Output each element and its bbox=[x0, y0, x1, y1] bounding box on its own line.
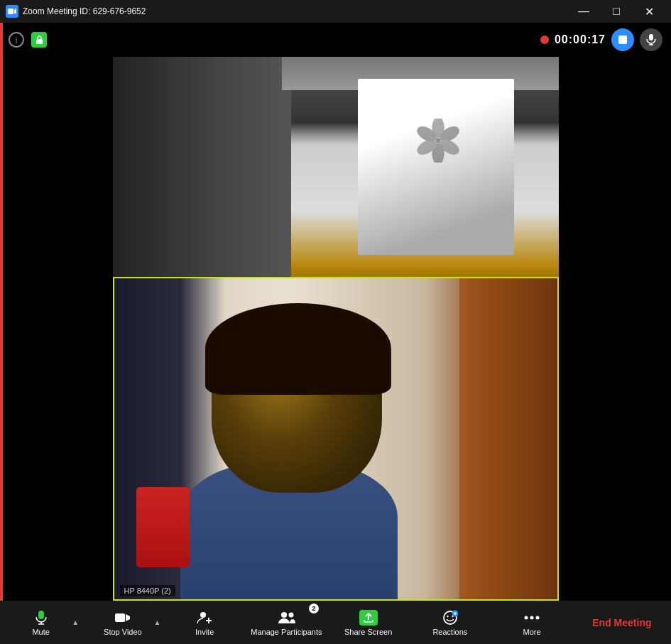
svg-point-31 bbox=[530, 616, 534, 619]
svg-marker-1 bbox=[14, 9, 16, 14]
svg-point-30 bbox=[525, 616, 528, 619]
share-icon bbox=[359, 609, 378, 626]
meeting-timer: 00:00:17 bbox=[555, 33, 606, 46]
audio-settings-chevron[interactable]: ▲ bbox=[70, 618, 80, 628]
info-label: i bbox=[16, 35, 18, 45]
video-container: HP 8440P (2) bbox=[113, 57, 559, 601]
window-controls[interactable]: — □ ✕ bbox=[567, 0, 665, 23]
svg-rect-13 bbox=[38, 611, 44, 619]
recording-indicator bbox=[540, 36, 549, 44]
video-icon bbox=[115, 609, 131, 626]
mute-icon bbox=[34, 609, 48, 626]
mute-button[interactable]: Mute ▲ bbox=[0, 601, 82, 644]
video-top-content bbox=[113, 57, 559, 277]
left-dark-panel bbox=[113, 57, 291, 277]
svg-point-32 bbox=[536, 616, 540, 619]
reactions-icon bbox=[442, 609, 458, 626]
title-bar: Zoom Meeting ID: 629-676-9652 — □ ✕ bbox=[0, 0, 671, 23]
top-bar: i 00:00:17 bbox=[0, 23, 671, 57]
stop-icon bbox=[618, 36, 627, 44]
video-area: HP 8440P (2) bbox=[0, 57, 671, 601]
participant-name-tag: HP 8440P (2) bbox=[120, 585, 175, 596]
svg-rect-16 bbox=[115, 613, 125, 622]
title-bar-left: Zoom Meeting ID: 629-676-9652 bbox=[6, 5, 146, 18]
video-bottom-active: HP 8440P (2) bbox=[113, 277, 559, 601]
end-meeting-label: End Meeting bbox=[592, 617, 651, 628]
svg-rect-0 bbox=[8, 9, 13, 14]
info-icon[interactable]: i bbox=[9, 32, 24, 48]
svg-point-6 bbox=[435, 138, 440, 143]
more-button[interactable]: More bbox=[491, 601, 573, 644]
svg-marker-17 bbox=[126, 614, 130, 621]
stop-video-button[interactable]: Stop Video ▲ bbox=[82, 601, 163, 644]
svg-point-21 bbox=[281, 612, 287, 618]
video-bottom-content: HP 8440P (2) bbox=[114, 278, 557, 599]
top-bar-right: 00:00:17 bbox=[540, 28, 662, 51]
svg-rect-2 bbox=[36, 39, 43, 44]
svg-point-22 bbox=[289, 612, 294, 617]
video-top bbox=[113, 57, 559, 277]
participants-label: Manage Participants bbox=[251, 628, 322, 636]
svg-point-25 bbox=[447, 615, 448, 616]
manage-participants-button[interactable]: 2 Manage Participants bbox=[246, 601, 327, 644]
more-label: More bbox=[523, 628, 541, 636]
invite-button[interactable]: Invite bbox=[164, 601, 246, 644]
participants-icon bbox=[277, 609, 295, 626]
window-title: Zoom Meeting ID: 629-676-9652 bbox=[23, 6, 146, 16]
maximize-button[interactable]: □ bbox=[600, 0, 633, 23]
top-bar-left: i bbox=[9, 32, 47, 48]
red-object bbox=[136, 487, 190, 567]
person-hair bbox=[205, 303, 391, 395]
reactions-button[interactable]: Reactions bbox=[409, 601, 491, 644]
mute-label: Mute bbox=[32, 628, 49, 636]
stop-recording-button[interactable] bbox=[611, 28, 634, 51]
lock-icon[interactable] bbox=[31, 32, 47, 48]
svg-rect-3 bbox=[649, 34, 653, 40]
stop-video-label: Stop Video bbox=[104, 628, 142, 636]
svg-point-18 bbox=[200, 612, 206, 618]
share-icon-bg bbox=[359, 610, 378, 626]
curtain bbox=[459, 278, 557, 599]
minimize-button[interactable]: — bbox=[567, 0, 600, 23]
door-shape bbox=[358, 79, 514, 255]
toolbar: Mute ▲ Stop Video ▲ Invite bbox=[0, 601, 671, 644]
video-settings-chevron[interactable]: ▲ bbox=[153, 618, 163, 628]
invite-label: Invite bbox=[195, 628, 214, 636]
share-screen-button[interactable]: Share Screen bbox=[327, 601, 409, 644]
zoom-logo bbox=[6, 5, 18, 18]
audio-button[interactable] bbox=[640, 28, 662, 51]
reactions-label: Reactions bbox=[432, 628, 467, 636]
end-meeting-button[interactable]: End Meeting bbox=[573, 601, 671, 644]
invite-icon bbox=[197, 609, 212, 626]
left-border bbox=[0, 23, 3, 601]
close-button[interactable]: ✕ bbox=[633, 0, 665, 23]
more-icon bbox=[524, 609, 540, 626]
share-screen-label: Share Screen bbox=[344, 628, 392, 636]
fan-area bbox=[389, 119, 487, 163]
person-silhouette bbox=[149, 295, 459, 599]
participants-badge: 2 bbox=[309, 604, 319, 613]
